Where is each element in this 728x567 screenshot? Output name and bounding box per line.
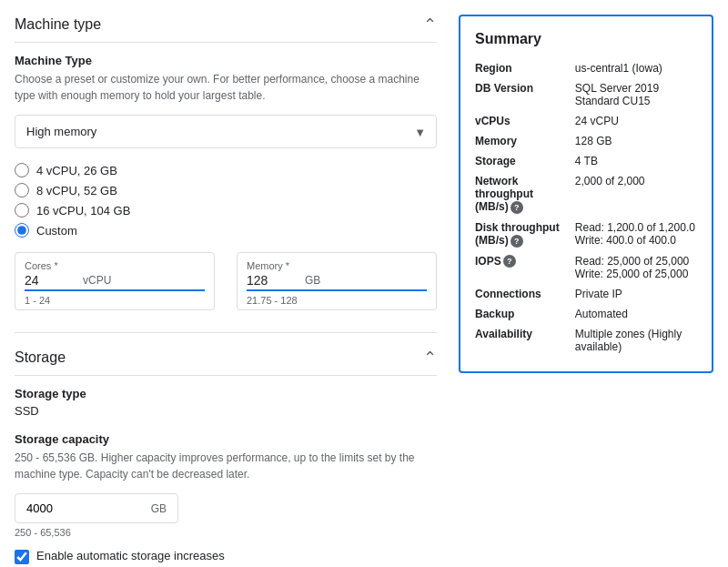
help-icon-6[interactable]: ? xyxy=(511,235,523,248)
memory-unit: GB xyxy=(305,274,320,287)
machine-type-dropdown[interactable]: High memory Standard High CPU Custom xyxy=(15,115,437,148)
memory-input[interactable] xyxy=(247,273,301,288)
machine-type-header: Machine type ⌃ xyxy=(15,15,437,43)
custom-inputs: Cores * vCPU 1 - 24 Memory * GB 21.7 xyxy=(15,252,437,310)
summary-value-0: us-central1 (Iowa) xyxy=(575,58,697,78)
radio-options-group: 4 vCPU, 26 GB 8 vCPU, 52 GB 16 vCPU, 104… xyxy=(15,163,437,238)
summary-label-4: Storage xyxy=(475,151,575,171)
summary-row-6: Disk throughput (MB/s)?Read: 1,200.0 of … xyxy=(475,218,697,251)
storage-section: Storage ⌃ Storage type SSD Storage capac… xyxy=(15,348,437,567)
summary-row-2: vCPUs24 vCPU xyxy=(475,111,697,131)
summary-row-4: Storage4 TB xyxy=(475,151,697,171)
cores-range: 1 - 24 xyxy=(25,295,205,306)
summary-label-0: Region xyxy=(475,58,575,78)
summary-value-3: 128 GB xyxy=(575,131,697,151)
storage-title: Storage xyxy=(15,349,66,366)
storage-header: Storage ⌃ xyxy=(15,348,437,376)
summary-row-3: Memory128 GB xyxy=(475,131,697,151)
summary-value-4: 4 TB xyxy=(575,151,697,171)
radio-option-custom-label: Custom xyxy=(36,224,77,238)
summary-label-9: Backup xyxy=(475,304,575,324)
auto-storage-checkbox-row: Enable automatic storage increases xyxy=(15,549,437,564)
auto-storage-label[interactable]: Enable automatic storage increases xyxy=(36,549,225,562)
summary-row-10: AvailabilityMultiple zones (Highly avail… xyxy=(475,324,697,357)
memory-label: Memory * xyxy=(247,260,427,271)
cores-input[interactable] xyxy=(25,273,79,288)
radio-option-custom[interactable]: Custom xyxy=(15,223,437,238)
memory-input-group: Memory * GB 21.75 - 128 xyxy=(237,252,437,310)
summary-row-5: Network throughput (MB/s)?2,000 of 2,000 xyxy=(475,171,697,218)
cores-input-group: Cores * vCPU 1 - 24 xyxy=(15,252,215,310)
radio-option-16vcpu-label: 16 vCPU, 104 GB xyxy=(36,204,130,218)
radio-option-8vcpu-label: 8 vCPU, 52 GB xyxy=(36,184,117,197)
radio-option-4vcpu-label: 4 vCPU, 26 GB xyxy=(36,164,117,177)
summary-value-7: Read: 25,000 of 25,000Write: 25,000 of 2… xyxy=(575,251,697,284)
summary-value-1: SQL Server 2019 Standard CU15 xyxy=(575,78,697,111)
cores-label: Cores * xyxy=(25,260,205,271)
cores-unit: vCPU xyxy=(83,274,111,287)
machine-type-title: Machine type xyxy=(15,16,101,33)
summary-value-8: Private IP xyxy=(575,284,697,304)
memory-range: 21.75 - 128 xyxy=(247,295,427,306)
radio-option-4vcpu[interactable]: 4 vCPU, 26 GB xyxy=(15,163,437,177)
summary-table: Regionus-central1 (Iowa)DB VersionSQL Se… xyxy=(475,58,697,357)
auto-storage-checkbox[interactable] xyxy=(15,550,29,564)
help-icon-5[interactable]: ? xyxy=(511,201,523,214)
machine-type-field-label: Machine Type xyxy=(15,54,437,67)
summary-label-6: Disk throughput (MB/s)? xyxy=(475,218,575,251)
help-icon-7[interactable]: ? xyxy=(503,255,516,268)
machine-type-chevron-icon[interactable]: ⌃ xyxy=(423,15,437,35)
summary-label-5: Network throughput (MB/s)? xyxy=(475,171,575,218)
left-panel: Machine type ⌃ Machine Type Choose a pre… xyxy=(15,15,437,567)
machine-type-description: Choose a preset or customize your own. F… xyxy=(15,71,437,104)
summary-label-8: Connections xyxy=(475,284,575,304)
summary-value-9: Automated xyxy=(575,304,697,324)
summary-label-10: Availability xyxy=(475,324,575,357)
storage-chevron-icon[interactable]: ⌃ xyxy=(423,348,437,368)
storage-unit: GB xyxy=(151,502,167,515)
storage-type-value: SSD xyxy=(15,404,437,418)
summary-value-6: Read: 1,200.0 of 1,200.0Write: 400.0 of … xyxy=(575,218,697,251)
memory-input-row: GB xyxy=(247,273,427,288)
storage-range: 250 - 65,536 xyxy=(15,527,437,538)
summary-label-7: IOPS? xyxy=(475,251,575,284)
summary-label-3: Memory xyxy=(475,131,575,151)
summary-value-2: 24 vCPU xyxy=(575,111,697,131)
radio-option-16vcpu[interactable]: 16 vCPU, 104 GB xyxy=(15,203,437,218)
summary-label-1: DB Version xyxy=(475,78,575,111)
summary-title: Summary xyxy=(475,31,697,47)
radio-option-8vcpu[interactable]: 8 vCPU, 52 GB xyxy=(15,183,437,197)
storage-capacity-label: Storage capacity xyxy=(15,432,437,446)
summary-row-8: ConnectionsPrivate IP xyxy=(475,284,697,304)
summary-label-2: vCPUs xyxy=(475,111,575,131)
summary-row-7: IOPS?Read: 25,000 of 25,000Write: 25,000… xyxy=(475,251,697,284)
machine-type-dropdown-container: High memory Standard High CPU Custom ▼ xyxy=(15,115,437,148)
summary-value-10: Multiple zones (Highly available) xyxy=(575,324,697,357)
storage-type-label: Storage type xyxy=(15,387,437,400)
storage-capacity-input-container: GB xyxy=(15,493,178,523)
machine-type-section: Machine type ⌃ Machine Type Choose a pre… xyxy=(15,15,437,310)
summary-row-0: Regionus-central1 (Iowa) xyxy=(475,58,697,78)
summary-panel: Summary Regionus-central1 (Iowa)DB Versi… xyxy=(459,15,713,373)
summary-row-1: DB VersionSQL Server 2019 Standard CU15 xyxy=(475,78,697,111)
storage-capacity-input[interactable] xyxy=(26,501,151,515)
summary-row-9: BackupAutomated xyxy=(475,304,697,324)
summary-value-5: 2,000 of 2,000 xyxy=(575,171,697,218)
storage-capacity-description: 250 - 65,536 GB. Higher capacity improve… xyxy=(15,450,437,482)
summary-card: Summary Regionus-central1 (Iowa)DB Versi… xyxy=(459,15,713,373)
cores-input-row: vCPU xyxy=(25,273,205,288)
